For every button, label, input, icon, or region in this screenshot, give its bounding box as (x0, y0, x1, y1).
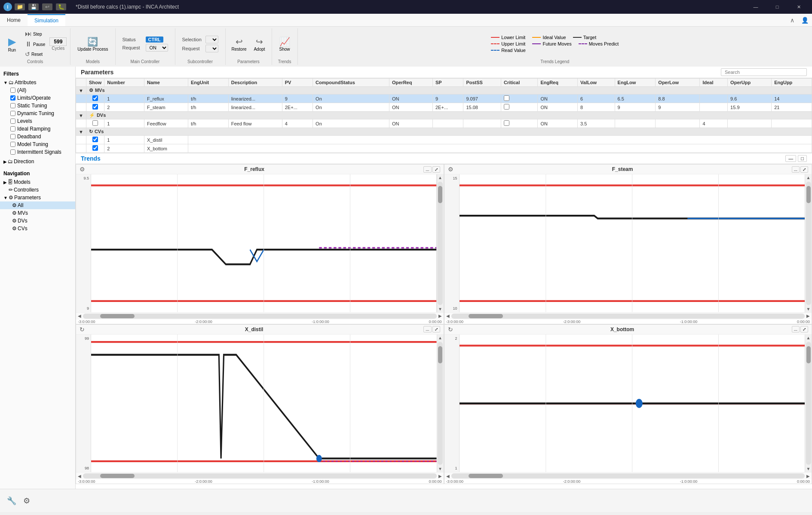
sub-request-select[interactable] (205, 45, 218, 52)
maximize-button[interactable]: □ (767, 0, 787, 14)
x-distil-scroll-thumb[interactable] (438, 346, 442, 363)
filter-deadband-checkbox[interactable] (10, 134, 15, 139)
x-bottom-scroll-up[interactable]: ▲ (806, 335, 811, 340)
f-reflux-scroll-track[interactable] (438, 182, 443, 305)
update-process-button[interactable]: 🔄 Update Process (74, 35, 111, 53)
filter-limits-checkbox[interactable] (10, 95, 15, 101)
f-reflux-dots-btn[interactable]: ... (423, 166, 431, 173)
filter-static-checkbox[interactable] (10, 103, 15, 108)
x-bottom-scroll-thumb[interactable] (806, 346, 811, 363)
filter-dynamic-tuning[interactable]: Dynamic Tuning (3, 110, 75, 117)
nav-dvs[interactable]: ⚙ DVs (0, 217, 75, 225)
nav-all[interactable]: ⚙ All (0, 201, 75, 209)
f-steam-show[interactable] (86, 103, 104, 112)
f-reflux-checkbox[interactable] (92, 95, 98, 101)
adopt-button[interactable]: ↪ Adopt (251, 36, 268, 52)
x-distil-scroll-down[interactable]: ▼ (438, 466, 442, 471)
filter-levels-checkbox[interactable] (10, 119, 15, 124)
run-button[interactable]: ▶ Run (3, 34, 21, 54)
x-distil-scroll-right[interactable]: ▶ (438, 474, 442, 478)
f-steam-expand-btn[interactable]: ⤢ (800, 166, 808, 173)
f-steam-scroll-up[interactable]: ▲ (806, 175, 811, 180)
f-steam-vscroll[interactable]: ▲ ▼ (805, 174, 812, 312)
f-reflux-scroll-up[interactable]: ▲ (438, 175, 442, 180)
attributes-header[interactable]: ▼ 🗂 Attributes (0, 79, 75, 86)
x-bottom-hscroll-track[interactable] (451, 473, 805, 478)
f-reflux-scroll-thumb[interactable] (438, 186, 442, 203)
feedflow-show[interactable] (86, 119, 104, 128)
quick-debug[interactable]: 🐛 (56, 3, 66, 10)
x-bottom-scroll-track[interactable] (806, 342, 811, 465)
x-bottom-expand-btn[interactable]: ⤢ (800, 326, 808, 332)
nav-cvs[interactable]: ⚙ CVs (0, 225, 75, 232)
trends-maximize-button[interactable]: □ (798, 155, 807, 162)
selection-select[interactable] (205, 36, 218, 43)
step-button[interactable]: ⏭ Step (22, 29, 48, 39)
f-steam-hscroll-track[interactable] (451, 314, 805, 319)
nav-parameters[interactable]: ▼ ⚙ Parameters (0, 194, 75, 201)
x-bottom-checkbox[interactable] (92, 145, 98, 151)
mvs-expand-cell[interactable]: ▼ (76, 87, 86, 94)
filter-model-checkbox[interactable] (10, 142, 15, 147)
x-distil-hscroll-thumb[interactable] (100, 474, 135, 478)
f-reflux-scroll-right[interactable]: ▶ (438, 314, 442, 318)
x-distil-show[interactable] (86, 136, 104, 144)
x-bottom-vscroll[interactable]: ▲ ▼ (805, 335, 812, 472)
nav-controllers[interactable]: ✏ Controllers (0, 186, 75, 194)
feedflow-checkbox[interactable] (92, 120, 98, 126)
cvs-expand-cell[interactable]: ▼ (76, 128, 86, 136)
ribbon-user-button[interactable]: 👤 (798, 14, 812, 26)
quick-undo[interactable]: ↩ (42, 3, 52, 10)
f-steam-critical[interactable] (501, 103, 537, 112)
f-steam-hscroll-thumb[interactable] (469, 314, 503, 318)
request-select[interactable]: ON OFF (146, 44, 168, 52)
filter-static-tuning[interactable]: Static Tuning (3, 102, 75, 110)
filter-dynamic-checkbox[interactable] (10, 111, 15, 116)
filter-deadband[interactable]: Deadband (3, 133, 75, 140)
f-reflux-hscroll-track[interactable] (83, 314, 437, 319)
pause-button[interactable]: ⏸ Pause (22, 40, 48, 49)
nav-models[interactable]: ▶ 🗄 Models (0, 178, 75, 186)
f-steam-critical-cb[interactable] (504, 104, 509, 110)
direction-header[interactable]: ▶ 🗂 Direction (0, 158, 75, 165)
search-input[interactable] (721, 68, 807, 76)
x-distil-dots-btn[interactable]: ... (423, 326, 431, 332)
tab-simulation[interactable]: Simulation (28, 14, 65, 26)
f-reflux-scroll-left[interactable]: ◀ (78, 314, 81, 318)
filter-all-checkbox[interactable] (10, 88, 15, 93)
feedflow-critical[interactable] (501, 119, 537, 128)
filter-ideal-ramping[interactable]: Ideal Ramping (3, 125, 75, 133)
f-reflux-critical[interactable] (501, 94, 537, 103)
x-bottom-scroll-down[interactable]: ▼ (806, 466, 811, 471)
x-bottom-dots-btn[interactable]: ... (792, 326, 800, 332)
show-button[interactable]: 📈 Show (276, 36, 293, 52)
f-steam-scroll-track[interactable] (806, 182, 811, 305)
filter-ideal-ramping-checkbox[interactable] (10, 126, 15, 131)
x-bottom-scroll-right[interactable]: ▶ (806, 474, 810, 478)
x-distil-expand-btn[interactable]: ⤢ (432, 326, 440, 332)
x-distil-scroll-left[interactable]: ◀ (78, 474, 81, 478)
x-distil-vscroll[interactable]: ▲ ▼ (437, 335, 444, 472)
filter-limits[interactable]: Limits/Operate (3, 94, 75, 102)
x-distil-scroll-track[interactable] (438, 342, 443, 465)
x-bottom-scroll-left[interactable]: ◀ (446, 474, 450, 478)
tab-home[interactable]: Home (0, 14, 28, 26)
dvs-expand-cell[interactable]: ▼ (76, 112, 86, 119)
f-steam-scroll-left[interactable]: ◀ (446, 314, 450, 318)
f-steam-scroll-down[interactable]: ▼ (806, 307, 811, 311)
x-bottom-show[interactable] (86, 144, 104, 153)
x-distil-checkbox[interactable] (92, 137, 98, 142)
f-steam-scroll-thumb[interactable] (806, 186, 811, 203)
restore-button[interactable]: ↩ Restore (229, 36, 249, 52)
f-reflux-hscroll-thumb[interactable] (100, 314, 135, 318)
f-steam-dots-btn[interactable]: ... (792, 166, 800, 173)
f-steam-scroll-right[interactable]: ▶ (806, 314, 810, 318)
x-distil-hscroll-track[interactable] (83, 473, 437, 478)
trends-minimize-button[interactable]: — (785, 155, 796, 162)
filter-model-tuning[interactable]: Model Tuning (3, 140, 75, 148)
feedflow-critical-cb[interactable] (504, 120, 509, 126)
x-bottom-hscroll-thumb[interactable] (469, 474, 503, 478)
filter-all[interactable]: (All) (3, 86, 75, 94)
f-reflux-show[interactable] (86, 94, 104, 103)
f-steam-checkbox[interactable] (92, 104, 98, 110)
